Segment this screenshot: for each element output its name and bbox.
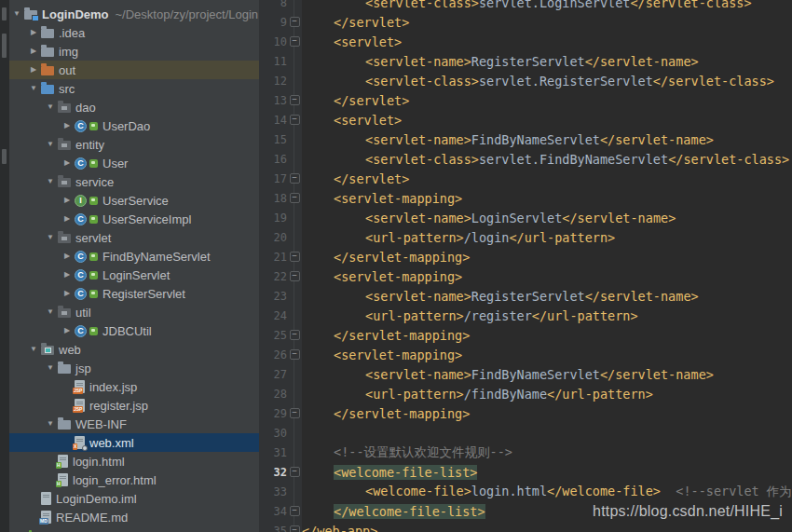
chevron-expanded-icon[interactable]: ▼	[43, 359, 58, 377]
chevron-collapsed-icon[interactable]: ▶	[9, 526, 24, 532]
tree-item-servlet[interactable]: ▼servlet	[9, 228, 259, 247]
tool-window-button-icon[interactable]	[2, 7, 7, 20]
code-line-28[interactable]: 28<url-pattern>/findByName</url-pattern>	[259, 384, 792, 403]
tree-item-registerservlet[interactable]: ▶CRegisterServlet	[9, 284, 259, 303]
code-line-18[interactable]: 18−<servlet-mapping>	[259, 188, 792, 208]
tree-item-web-xml[interactable]: Xweb.xml	[9, 433, 259, 452]
fold-marker-icon[interactable]: −	[290, 330, 300, 340]
code-line-20[interactable]: 20<url-pattern>/login</url-pattern>	[259, 227, 792, 247]
tool-window-button-icon[interactable]	[2, 149, 7, 164]
chevron-collapsed-icon[interactable]: ▶	[60, 191, 75, 210]
code-line-24[interactable]: 24<url-pattern>/register</url-pattern>	[259, 306, 792, 325]
tree-item-login-error-html[interactable]: Hlogin_error.html	[9, 471, 259, 489]
tree-item-idea[interactable]: ▶.idea	[9, 23, 259, 42]
fold-marker-icon[interactable]: −	[290, 17, 300, 27]
chevron-collapsed-icon[interactable]: ▶	[60, 284, 75, 303]
code-line-33[interactable]: 33<welcome-file>login.html</welcome-file…	[259, 482, 792, 501]
chevron-collapsed-icon[interactable]: ▶	[60, 321, 75, 340]
tree-item-service[interactable]: ▼service	[9, 172, 259, 191]
chevron-expanded-icon[interactable]: ▼	[43, 135, 58, 154]
code-line-8[interactable]: 8<servlet-class>servlet.LoginServlet</se…	[259, 0, 792, 12]
code-line-35[interactable]: 35−</web-app>	[259, 521, 792, 532]
code-line-22[interactable]: 22−<servlet-mapping>	[259, 266, 792, 286]
tree-item-userservice[interactable]: ▶IUserService	[9, 191, 259, 210]
tree-item-web-inf[interactable]: ▼WEB-INF	[9, 415, 259, 433]
tree-item-register-jsp[interactable]: JSPregister.jsp	[9, 396, 259, 415]
code-line-17[interactable]: 17−</servlet>	[259, 169, 792, 188]
code-line-13[interactable]: 13−</servlet>	[259, 90, 792, 110]
code-line-26[interactable]: 26−<servlet-mapping>	[259, 345, 792, 364]
chevron-collapsed-icon[interactable]: ▶	[60, 154, 75, 172]
fold-marker-icon[interactable]: −	[290, 506, 300, 516]
fold-marker-icon[interactable]: −	[290, 271, 300, 281]
code-line-29[interactable]: 29−</servlet-mapping>	[259, 403, 792, 423]
chevron-collapsed-icon[interactable]: ▶	[60, 210, 75, 228]
fold-marker-icon[interactable]: −	[290, 252, 300, 262]
tree-item-logindemo[interactable]: ▼LoginDemo~/Desktop/zy/project/Login	[9, 5, 259, 23]
chevron-expanded-icon[interactable]: ▼	[26, 79, 41, 98]
code-line-31[interactable]: 31<!--设置默认欢迎文件规则-->	[259, 443, 792, 462]
tree-item-img[interactable]: ▶img	[9, 42, 259, 61]
tree-item-findbynameservlet[interactable]: ▶CFindByNameServlet	[9, 247, 259, 266]
chevron-collapsed-icon[interactable]: ▶	[26, 23, 41, 42]
code-line-19[interactable]: 19<servlet-name>LoginServlet</servlet-na…	[259, 208, 792, 227]
tree-item-index-jsp[interactable]: JSPindex.jsp	[9, 377, 259, 396]
tree-indent	[9, 275, 60, 276]
tree-item-src[interactable]: ▼src	[9, 79, 259, 98]
tree-item-external-libraries[interactable]: ▶External Libraries	[9, 526, 259, 532]
tree-item-userserviceimpl[interactable]: ▶CUserServiceImpl	[9, 210, 259, 228]
code-line-14[interactable]: 14−<servlet>	[259, 110, 792, 130]
fold-marker-icon[interactable]: −	[290, 36, 300, 47]
chevron-expanded-icon[interactable]: ▼	[43, 303, 58, 321]
chevron-expanded-icon[interactable]: ▼	[9, 5, 24, 23]
chevron-expanded-icon[interactable]: ▼	[43, 228, 58, 247]
fold-marker-icon[interactable]: −	[290, 95, 300, 105]
chevron-collapsed-icon[interactable]: ▶	[26, 42, 41, 61]
tree-item-web[interactable]: ▼web	[9, 340, 259, 359]
project-panel[interactable]: ▼LoginDemo~/Desktop/zy/project/Login▶.id…	[9, 0, 260, 532]
code-line-23[interactable]: 23<servlet-name>RegisterServlet</servlet…	[259, 286, 792, 306]
tree-item-out[interactable]: ▶out	[9, 61, 259, 79]
fold-marker-icon[interactable]: −	[290, 173, 300, 184]
code-line-25[interactable]: 25−</servlet-mapping>	[259, 325, 792, 345]
tree-item-loginservlet[interactable]: ▶CLoginServlet	[9, 266, 259, 284]
fold-marker-icon[interactable]: −	[290, 467, 300, 477]
chevron-collapsed-icon[interactable]: ▶	[60, 116, 75, 135]
tool-window-button-icon[interactable]	[2, 34, 7, 58]
code-line-12[interactable]: 12<servlet-class>servlet.RegisterServlet…	[259, 71, 792, 90]
chevron-collapsed-icon[interactable]: ▶	[60, 247, 75, 266]
code-editor[interactable]: 8<servlet-class>servlet.LoginServlet</se…	[259, 0, 792, 532]
chevron-expanded-icon[interactable]: ▼	[43, 98, 58, 116]
tree-item-label: WEB-INF	[75, 417, 127, 431]
code-line-15[interactable]: 15<servlet-name>FindByNameServlet</servl…	[259, 130, 792, 149]
fold-marker-icon[interactable]: −	[290, 349, 300, 360]
tree-item-user[interactable]: ▶CUser	[9, 154, 259, 172]
code-line-11[interactable]: 11<servlet-name>RegisterServlet</servlet…	[259, 51, 792, 71]
tree-item-logindemo-iml[interactable]: LoginDemo.iml	[9, 489, 259, 508]
tree-item-jsp[interactable]: ▼jsp	[9, 359, 259, 377]
class-icon: C	[75, 157, 87, 170]
chevron-expanded-icon[interactable]: ▼	[43, 172, 58, 191]
tree-item-jdbcutil[interactable]: ▶CJDBCUtil	[9, 321, 259, 340]
fold-marker-icon[interactable]: −	[290, 525, 300, 532]
tree-item-login-html[interactable]: Hlogin.html	[9, 452, 259, 471]
chevron-collapsed-icon[interactable]: ▶	[26, 61, 41, 79]
code-line-32[interactable]: 32−<welcome-file-list>	[259, 462, 792, 482]
code-line-16[interactable]: 16<servlet-class>servlet.FindByNameServl…	[259, 149, 792, 169]
fold-marker-icon[interactable]: −	[290, 408, 300, 418]
code-line-27[interactable]: 27<servlet-name>FindByNameServlet</servl…	[259, 364, 792, 384]
code-line-30[interactable]: 30	[259, 423, 792, 443]
code-line-21[interactable]: 21−</servlet-mapping>	[259, 247, 792, 266]
code-line-9[interactable]: 9−</servlet>	[259, 12, 792, 32]
tree-item-dao[interactable]: ▼dao	[9, 98, 259, 116]
chevron-expanded-icon[interactable]: ▼	[26, 340, 41, 359]
tree-item-util[interactable]: ▼util	[9, 303, 259, 321]
tree-item-readme-md[interactable]: MDREADME.md	[9, 508, 259, 526]
tree-item-entity[interactable]: ▼entity	[9, 135, 259, 154]
fold-marker-icon[interactable]: −	[290, 115, 300, 125]
fold-marker-icon[interactable]: −	[290, 193, 300, 203]
code-line-10[interactable]: 10−<servlet>	[259, 32, 792, 51]
chevron-expanded-icon[interactable]: ▼	[43, 415, 58, 433]
tree-item-userdao[interactable]: ▶CUserDao	[9, 116, 259, 135]
chevron-collapsed-icon[interactable]: ▶	[60, 266, 75, 284]
